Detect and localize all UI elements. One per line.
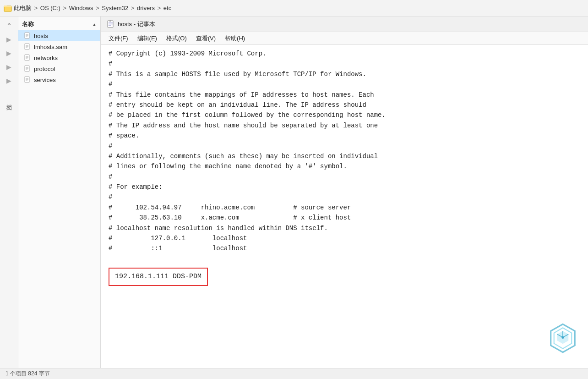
file-icon-services (24, 76, 31, 83)
menu-file[interactable]: 文件(F) (105, 33, 132, 44)
content-line-14: # (109, 192, 581, 202)
pin-icon-3[interactable]: ▶ (4, 75, 15, 86)
file-icon-hosts (24, 32, 31, 39)
quick-access-panel: ⌃ ▶ ▶ ▶ ▶ 文档 (0, 16, 18, 368)
notepad-titlebar: hosts - 记事本 (101, 16, 588, 32)
content-line-3: # (109, 79, 581, 89)
content-line-20: # ::1 localhost (109, 243, 581, 253)
content-line-0: # Copyright (c) 1993-2009 Microsoft Corp… (109, 49, 581, 59)
file-item-hosts[interactable]: hosts (18, 30, 100, 41)
svg-point-32 (561, 336, 564, 339)
left-label-docs: 文档 (3, 98, 15, 102)
dds-logo-icon (547, 322, 579, 354)
file-item-services[interactable]: services (18, 74, 100, 85)
menu-edit[interactable]: 编辑(E) (134, 33, 161, 44)
pin-up-icon[interactable]: ▶ (4, 34, 15, 45)
file-icon-lmhosts (24, 43, 31, 50)
content-line-7: # The IP address and the host name shoul… (109, 121, 581, 131)
content-line-11: # lines or following the machine name de… (109, 161, 581, 171)
content-line-1: # (109, 59, 581, 69)
content-line-15: # 102.54.94.97 rhino.acme.com # source s… (109, 203, 581, 213)
expand-icon[interactable]: ⌃ (4, 20, 15, 31)
file-item-networks[interactable]: networks (18, 52, 100, 63)
breadcrumb-text: 此电脑 > OS (C:) > Windows > System32 > dri… (14, 4, 171, 12)
content-line-2: # This is a sample HOSTS file used by Mi… (109, 69, 581, 79)
content-line-10: # Additionally, comments (such as these)… (109, 151, 581, 161)
content-line-6: # be placed in the first column followed… (109, 110, 581, 120)
content-line-8: # space. (109, 131, 581, 141)
sort-up-icon[interactable]: ▲ (92, 22, 97, 27)
pin-icon-1[interactable]: ▶ (4, 48, 15, 59)
notepad-app-icon (107, 20, 115, 28)
content-line-5: # entry should be kept on an individual … (109, 100, 581, 110)
file-icon-networks (24, 54, 31, 61)
notepad-content-area[interactable]: # Copyright (c) 1993-2009 Microsoft Corp… (101, 45, 588, 368)
file-item-protocol[interactable]: protocol (18, 63, 100, 74)
folder-icon (4, 4, 12, 12)
file-icon-protocol (24, 65, 31, 72)
menu-format[interactable]: 格式(O) (163, 33, 191, 44)
notepad-title: hosts - 记事本 (118, 20, 155, 28)
status-bar: 1 个项目 824 字节 (0, 368, 588, 379)
file-explorer: 名称 ▲ hosts (18, 16, 101, 368)
content-line-4: # This file contains the mappings of IP … (109, 90, 581, 100)
breadcrumb-bar: 此电脑 > OS (C:) > Windows > System32 > dri… (0, 0, 588, 16)
notepad-menubar: 文件(F) 编辑(E) 格式(O) 查看(V) 帮助(H) (101, 32, 588, 45)
pin-icon-2[interactable]: ▶ (4, 61, 15, 72)
content-line-16: # 38.25.63.10 x.acme.com # x client host (109, 213, 581, 223)
explorer-header: 名称 ▲ (18, 18, 100, 30)
notepad-window: hosts - 记事本 文件(F) 编辑(E) 格式(O) 查看(V) 帮助(H… (101, 16, 588, 368)
file-item-lmhosts[interactable]: lmhosts.sam (18, 41, 100, 52)
svg-rect-22 (109, 20, 111, 22)
content-line-12: # (109, 172, 581, 182)
file-list: hosts lmhosts.sam networks (18, 30, 100, 85)
content-line-13: # For example: (109, 182, 581, 192)
highlighted-hosts-entry: 192.168.1.111 DDS-PDM (109, 268, 208, 286)
menu-help[interactable]: 帮助(H) (221, 33, 249, 44)
content-line-9: # (109, 141, 581, 151)
menu-view[interactable]: 查看(V) (192, 33, 219, 44)
dds-logo (547, 322, 579, 354)
content-line-19: # 127.0.0.1 localhost (109, 233, 581, 243)
content-line-18: # localhost name resolution is handled w… (109, 223, 581, 233)
